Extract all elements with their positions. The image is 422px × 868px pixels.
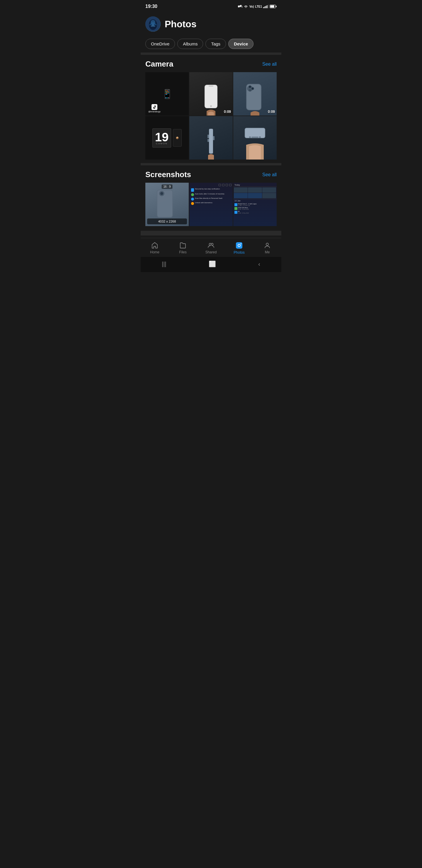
avatar-image <box>145 17 161 32</box>
phone-bottom-svg <box>243 127 267 159</box>
svg-point-24 <box>252 88 254 89</box>
camera-section: Camera See all 📱 @brianabugs <box>141 55 281 163</box>
app-title: Photos <box>165 19 196 30</box>
camera-photo-3[interactable]: 0:09 <box>233 72 277 116</box>
phone-side-svg <box>206 127 216 159</box>
camera-photo-grid: 📱 @brianabugs <box>145 72 277 159</box>
tab-tags[interactable]: Tags <box>205 39 226 49</box>
nav-photos[interactable]: Photos <box>225 242 253 254</box>
svg-rect-16 <box>209 86 213 87</box>
home-btn[interactable]: ⬜ <box>209 260 216 268</box>
svg-rect-0 <box>238 6 240 7</box>
svg-point-45 <box>240 243 241 244</box>
divider-3 <box>141 231 281 236</box>
nav-home-label: Home <box>150 250 159 254</box>
files-icon <box>180 242 186 249</box>
nav-photos-label: Photos <box>234 250 245 254</box>
screenshot-dimensions: 4032 x 2268 <box>147 218 187 224</box>
tecno-box-display: 19 CAMON 📦 <box>145 116 189 159</box>
cam-3-duration: 0:09 <box>268 110 275 114</box>
home-bar: ||| ⬜ ‹ <box>141 257 281 272</box>
camera-photo-5[interactable] <box>189 116 233 159</box>
svg-point-39 <box>160 192 163 195</box>
svg-rect-32 <box>245 128 265 137</box>
tiktok-overlay: @brianabugs <box>148 104 161 113</box>
home-icon <box>151 242 158 249</box>
cam-2-duration: 0:09 <box>224 110 231 114</box>
recent-apps-btn[interactable]: ||| <box>162 261 166 268</box>
svg-rect-5 <box>265 6 266 8</box>
nav-me-label: Me <box>265 250 270 254</box>
svg-marker-1 <box>240 5 241 7</box>
svg-point-40 <box>209 243 211 245</box>
svg-point-46 <box>266 243 268 245</box>
svg-rect-9 <box>270 5 274 8</box>
svg-rect-28 <box>207 134 209 138</box>
ss-phone-svg <box>155 188 179 220</box>
svg-rect-10 <box>276 6 277 7</box>
nav-files[interactable]: Files <box>169 242 197 254</box>
screenshot-1[interactable]: 16 : 9 4032 x 2268 <box>145 183 189 226</box>
screenshot-grid: 16 : 9 4032 x 2268 Secured by two-step v… <box>145 183 277 226</box>
status-time: 19:30 <box>145 4 157 9</box>
tiktok-username: @brianabugs <box>148 111 161 113</box>
camera-see-all[interactable]: See all <box>262 62 277 67</box>
back-btn[interactable]: ‹ <box>258 261 260 268</box>
wifi-icon <box>244 5 248 8</box>
svg-rect-27 <box>209 129 213 153</box>
screenshot-3[interactable]: Today 10 Jan Model-Vi <box>233 183 277 226</box>
screenshots-section-header: Screenshots See all <box>145 170 277 179</box>
divider-2 <box>141 163 281 165</box>
phone-white-svg <box>202 83 220 116</box>
battery-icon <box>270 5 277 8</box>
svg-point-41 <box>211 243 213 245</box>
status-bar: 19:30 Vo) LTE1 <box>141 0 281 13</box>
svg-rect-4 <box>264 6 265 8</box>
svg-point-17 <box>210 105 212 107</box>
lte-label: LTE1 <box>255 5 262 8</box>
tab-onedrive[interactable]: OneDrive <box>145 39 175 49</box>
phone-dark-svg <box>245 83 265 116</box>
svg-rect-7 <box>268 5 268 8</box>
svg-line-2 <box>241 5 242 8</box>
photos-icon-active <box>235 242 243 249</box>
tiktok-icon <box>152 104 157 110</box>
shared-icon <box>207 242 215 249</box>
tab-device[interactable]: Device <box>228 39 254 49</box>
svg-point-23 <box>249 86 251 88</box>
camera-photo-2[interactable]: 0:09 <box>189 72 233 116</box>
camera-section-title: Camera <box>145 60 173 69</box>
status-icons: Vo) LTE1 <box>238 5 277 8</box>
screenshot-ratio-badge: 16 : 9 <box>161 184 172 189</box>
camera-photo-4[interactable]: 19 CAMON 📦 <box>145 116 189 159</box>
nav-shared[interactable]: Shared <box>197 242 225 254</box>
camera-section-header: Camera See all <box>145 60 277 69</box>
svg-point-35 <box>259 136 261 138</box>
svg-point-13 <box>151 20 155 25</box>
bottom-nav: Home Files Shared Photos Me <box>141 238 281 257</box>
nav-shared-label: Shared <box>205 250 217 254</box>
camera-photo-1[interactable]: 📱 @brianabugs <box>145 72 189 116</box>
avatar[interactable] <box>145 17 161 32</box>
screenshot-2[interactable]: Secured by two-step verification Auto-lo… <box>189 183 233 226</box>
mute-icon <box>238 5 242 8</box>
divider-1 <box>141 53 281 55</box>
svg-rect-33 <box>252 137 258 138</box>
screenshots-section-title: Screenshots <box>145 170 191 179</box>
svg-rect-6 <box>267 5 267 8</box>
svg-rect-15 <box>205 85 217 107</box>
nav-me[interactable]: Me <box>253 242 281 254</box>
lte-indicator: Vo) <box>249 5 254 8</box>
svg-point-34 <box>249 136 251 138</box>
tab-bar: OneDrive Albums Tags Device <box>141 36 281 53</box>
camera-photo-6[interactable] <box>233 116 277 159</box>
nav-home[interactable]: Home <box>141 242 169 254</box>
signal-icon <box>263 5 268 8</box>
header: Photos <box>141 13 281 36</box>
svg-rect-30 <box>213 136 215 140</box>
tab-albums[interactable]: Albums <box>177 39 203 49</box>
me-icon <box>264 242 271 249</box>
svg-point-25 <box>249 89 251 92</box>
screenshots-section: Screenshots See all 16 : 9 4032 x 2268 <box>141 165 281 228</box>
screenshots-see-all[interactable]: See all <box>262 172 277 178</box>
